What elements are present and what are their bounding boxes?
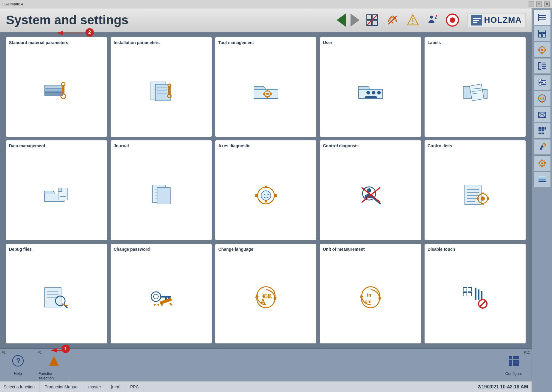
svg-rect-21 — [45, 85, 63, 88]
svg-rect-39 — [267, 90, 268, 91]
tile-unit-of-measurement[interactable]: Unit of measurement in cm — [320, 244, 421, 343]
svg-rect-3 — [373, 21, 377, 25]
svg-rect-133 — [509, 363, 512, 366]
tile-user[interactable]: User — [320, 37, 421, 137]
configure-label: Configure — [505, 371, 522, 376]
tile-icon-control-lists — [428, 151, 523, 237]
sidebar-btn-circle-cog[interactable] — [533, 91, 551, 106]
f1-section: F1 ? Help — [0, 349, 36, 381]
svg-rect-135 — [516, 363, 519, 366]
svg-rect-165 — [545, 97, 546, 99]
svg-rect-177 — [542, 133, 544, 134]
sidebar-btn-tool-settings[interactable] — [533, 139, 551, 155]
svg-rect-87 — [477, 197, 479, 200]
header: System and settings — [0, 8, 532, 32]
svg-rect-46 — [469, 84, 484, 100]
tile-label: Change password — [114, 247, 150, 252]
svg-text:cm: cm — [365, 299, 371, 304]
content-area: System and settings — [0, 8, 532, 392]
svg-rect-163 — [541, 101, 543, 103]
tile-disable-touch[interactable]: Disable touch — [425, 244, 526, 343]
svg-point-104 — [157, 304, 159, 306]
svg-rect-127 — [509, 356, 512, 359]
nav-right-button[interactable] — [351, 13, 360, 27]
svg-rect-67 — [265, 200, 267, 202]
tile-icon-installation-parameters — [114, 48, 209, 134]
svg-point-182 — [541, 162, 543, 164]
tile-icon-control-diagnosis — [323, 151, 418, 237]
sidebar-btn-wrench-settings[interactable] — [533, 155, 551, 171]
svg-rect-86 — [482, 203, 484, 205]
tile-debug-files[interactable]: Debug files — [6, 244, 107, 343]
tile-standard-material-parameters[interactable]: Standard material parameters — [6, 37, 107, 137]
tile-label: Tool management — [218, 40, 254, 45]
svg-point-160 — [539, 95, 546, 102]
sidebar-btn-dots-grid[interactable] — [533, 123, 551, 139]
svg-point-71 — [267, 194, 269, 195]
svg-rect-153 — [539, 62, 541, 70]
svg-rect-130 — [509, 360, 512, 363]
function-selection-label: Function selection — [38, 371, 69, 380]
svg-point-157 — [539, 79, 542, 81]
svg-rect-191 — [539, 181, 546, 182]
nav-left-button[interactable] — [337, 13, 346, 27]
svg-rect-172 — [542, 127, 544, 130]
signal-slash-icon[interactable] — [385, 12, 400, 28]
sidebar-btn-bars-right[interactable] — [533, 58, 551, 74]
tile-icon-change-password — [114, 254, 209, 340]
maximize-button[interactable]: □ — [536, 1, 542, 7]
svg-rect-19 — [45, 92, 63, 95]
svg-line-169 — [539, 115, 541, 118]
tile-journal[interactable]: Journal — [111, 140, 212, 240]
sidebar-btn-envelope[interactable] — [533, 107, 551, 122]
grid-slash-icon[interactable] — [364, 12, 380, 28]
svg-rect-128 — [513, 356, 516, 359]
status-select-function: Select a function — [4, 382, 40, 392]
close-button[interactable]: ✕ — [544, 1, 550, 7]
svg-rect-148 — [545, 49, 546, 51]
svg-rect-40 — [267, 96, 268, 98]
tile-control-lists[interactable]: Control lists — [425, 140, 526, 240]
tile-change-language[interactable]: Change language 锯机 A — [215, 244, 316, 343]
sidebar-btn-layers[interactable] — [533, 172, 551, 187]
tile-tool-management[interactable]: Tool management — [215, 37, 316, 137]
sidebar-btn-layout[interactable] — [533, 26, 551, 41]
sidebar-btn-settings-detail[interactable] — [533, 74, 551, 90]
logo-area: HOLZMA — [467, 13, 526, 27]
bottom-bar: 1 F1 ? — [0, 348, 532, 381]
sidebar-btn-grid[interactable] — [533, 10, 551, 25]
svg-rect-164 — [538, 97, 539, 99]
function-selection-icon — [48, 355, 60, 370]
svg-rect-42 — [270, 93, 272, 95]
tile-grid: Standard material parameters — [0, 32, 532, 348]
sidebar-btn-cog-grid[interactable] — [533, 42, 551, 58]
people-info-icon[interactable]: i — [425, 12, 441, 28]
svg-text:?: ? — [16, 357, 21, 365]
svg-rect-194 — [539, 176, 546, 177]
tile-control-diagnosis[interactable]: Control diagnosis — [320, 140, 421, 240]
svg-rect-147 — [538, 49, 540, 51]
tile-axes-diagnostic[interactable]: Axes diagnostic — [215, 140, 316, 240]
warning-icon[interactable] — [405, 12, 421, 28]
svg-rect-192 — [539, 179, 546, 181]
logo-icon — [471, 15, 482, 25]
tile-label: Standard material parameters — [9, 40, 68, 45]
svg-rect-15 — [473, 20, 479, 21]
tile-installation-parameters[interactable]: Installation parameters — [111, 37, 212, 137]
page-title: System and settings — [6, 13, 337, 27]
tile-data-management[interactable]: Data management — [6, 140, 107, 240]
svg-rect-193 — [539, 178, 546, 179]
tile-change-password[interactable]: Change password — [111, 244, 212, 343]
svg-point-84 — [481, 196, 485, 201]
svg-rect-131 — [513, 360, 516, 363]
svg-point-5 — [392, 22, 393, 23]
minimize-button[interactable]: ─ — [529, 1, 534, 7]
svg-rect-69 — [274, 194, 277, 197]
svg-point-10 — [430, 16, 433, 19]
stop-button[interactable] — [446, 13, 459, 27]
f1-label: F1 — [2, 351, 6, 354]
tile-label: Journal — [114, 143, 129, 148]
svg-rect-142 — [543, 34, 546, 37]
tile-labels[interactable]: Labels — [425, 37, 526, 137]
svg-line-4 — [367, 15, 377, 25]
